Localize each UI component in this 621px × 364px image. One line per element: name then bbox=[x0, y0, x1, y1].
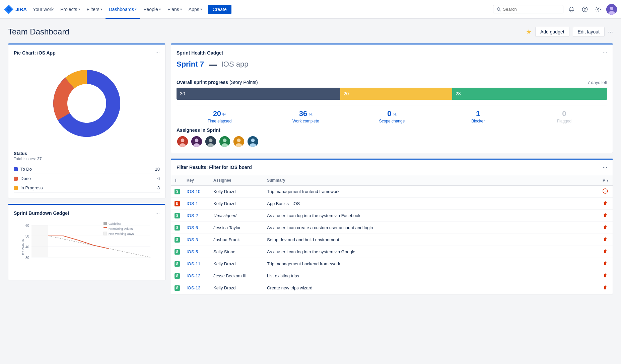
svg-point-9 bbox=[67, 84, 106, 123]
highest-priority-icon bbox=[603, 249, 608, 254]
cell-priority bbox=[599, 210, 613, 222]
cell-type: S bbox=[171, 222, 183, 234]
issue-key-link[interactable]: IOS-5 bbox=[187, 249, 198, 254]
edit-layout-button[interactable]: Edit layout bbox=[573, 27, 605, 37]
svg-rect-23 bbox=[104, 227, 107, 228]
nav-items: Your work Projects ▾ Filters ▾ Dashboard… bbox=[29, 0, 231, 19]
th-summary: Summary bbox=[264, 175, 599, 186]
burndown-card: Sprint Burndown Gadget ··· 60 50 40 30 bbox=[8, 204, 165, 280]
search-box[interactable] bbox=[493, 5, 563, 13]
issue-key-link[interactable]: IOS-11 bbox=[187, 261, 200, 266]
search-input[interactable] bbox=[503, 7, 560, 12]
settings-button[interactable] bbox=[593, 4, 604, 15]
table-row: B IOS-1 Kelly Drozd App Basics - iOS bbox=[171, 198, 613, 210]
cell-key: IOS-11 bbox=[183, 258, 210, 270]
sprint-health-menu-button[interactable]: ··· bbox=[603, 50, 607, 56]
cell-assignee: Jesse Beckom III bbox=[210, 270, 264, 282]
burndown-chart: 60 50 40 30 RY POINTS bbox=[14, 220, 160, 275]
th-key: Key bbox=[183, 175, 210, 186]
cell-assignee: Joshua Frank bbox=[210, 234, 264, 246]
table-row: S IOS-2 Unassigned As a user i can log i… bbox=[171, 210, 613, 222]
todo-label: To Do bbox=[20, 167, 32, 172]
cell-summary: As a user i can log into the system via … bbox=[264, 246, 599, 258]
burndown-title: Sprint Burndown Gadget bbox=[14, 210, 69, 216]
filter-results-table: T Key Assignee Summary P ▾ S I bbox=[171, 175, 613, 294]
issue-key-link[interactable]: IOS-13 bbox=[187, 285, 200, 290]
cell-type: S bbox=[171, 282, 183, 294]
nav-item-dashboards[interactable]: Dashboards ▾ bbox=[106, 0, 140, 19]
sprint-progress-bar: 30 20 28 bbox=[177, 88, 607, 100]
svg-point-37 bbox=[223, 139, 227, 142]
work-complete-label: Work complete bbox=[263, 119, 349, 123]
burndown-menu-button[interactable]: ··· bbox=[155, 210, 160, 216]
nav-item-filters[interactable]: Filters ▾ bbox=[83, 0, 106, 19]
issue-key-link[interactable]: IOS-2 bbox=[187, 213, 198, 218]
cell-assignee: Kelly Drozd bbox=[210, 282, 264, 294]
issue-key-link[interactable]: IOS-12 bbox=[187, 273, 200, 278]
nav-item-plans[interactable]: Plans ▾ bbox=[164, 0, 185, 19]
cell-assignee: Kelly Drozd bbox=[210, 186, 264, 198]
cell-summary: Setup dev and and build environment bbox=[264, 234, 599, 246]
svg-text:Remaining Values: Remaining Values bbox=[109, 227, 133, 231]
cell-summary: List existing trips bbox=[264, 270, 599, 282]
apps-chevron-icon: ▾ bbox=[200, 7, 202, 11]
svg-rect-25 bbox=[104, 232, 107, 235]
cell-key: IOS-13 bbox=[183, 282, 210, 294]
create-button[interactable]: Create bbox=[208, 5, 231, 14]
cell-assignee: Kelly Drozd bbox=[210, 258, 264, 270]
time-elapsed-sup: % bbox=[222, 112, 226, 117]
cell-priority bbox=[599, 258, 613, 270]
status-label: Status bbox=[14, 151, 160, 156]
done-label: Done bbox=[20, 176, 31, 181]
sprint-health-header: Sprint Health Gadget ··· bbox=[177, 50, 607, 56]
pie-chart-menu-button[interactable]: ··· bbox=[155, 50, 160, 56]
nav-item-projects[interactable]: Projects ▾ bbox=[57, 0, 83, 19]
blocker-value: 1 bbox=[476, 109, 480, 118]
assignee-avatar-4 bbox=[219, 135, 231, 148]
table-row: S IOS-11 Kelly Drozd Trip management bac… bbox=[171, 258, 613, 270]
sprint-name-area: Sprint 7 IOS app bbox=[177, 60, 607, 74]
highest-priority-icon bbox=[603, 273, 608, 278]
done-count: 6 bbox=[157, 176, 160, 181]
svg-text:Non-Working Days: Non-Working Days bbox=[109, 232, 134, 236]
table-header-row: T Key Assignee Summary P ▾ bbox=[171, 175, 613, 186]
todo-color-dot bbox=[14, 167, 18, 171]
svg-point-34 bbox=[209, 139, 213, 142]
nav-item-people[interactable]: People ▾ bbox=[140, 0, 164, 19]
done-color-dot bbox=[14, 177, 18, 181]
issue-key-link[interactable]: IOS-3 bbox=[187, 237, 198, 242]
cell-type: S bbox=[171, 258, 183, 270]
assignee-avatar-5 bbox=[233, 135, 245, 148]
highest-priority-icon bbox=[603, 212, 608, 218]
nav-item-apps[interactable]: Apps ▾ bbox=[185, 0, 205, 19]
issue-key-link[interactable]: IOS-10 bbox=[187, 189, 200, 194]
notifications-button[interactable] bbox=[566, 4, 577, 15]
nav-right: ? bbox=[493, 4, 617, 15]
table-row: S IOS-10 Kelly Drozd Trip management fro… bbox=[171, 186, 613, 198]
blocked-icon bbox=[603, 188, 608, 194]
user-avatar[interactable] bbox=[606, 4, 617, 15]
nav-logo[interactable]: JIRA bbox=[4, 5, 27, 14]
more-options-button[interactable]: ··· bbox=[608, 28, 613, 35]
cell-key: IOS-2 bbox=[183, 210, 210, 222]
assignees-section: Assignees in Sprint bbox=[177, 127, 607, 148]
todo-count: 18 bbox=[155, 167, 160, 172]
legend-inprogress: In Progress 3 bbox=[14, 183, 160, 193]
add-gadget-button[interactable]: Add gadget bbox=[535, 27, 569, 37]
svg-rect-21 bbox=[104, 222, 107, 225]
cell-priority bbox=[599, 246, 613, 258]
svg-text:40: 40 bbox=[25, 245, 29, 249]
assignee-avatar-3 bbox=[205, 135, 217, 148]
th-priority: P ▾ bbox=[599, 175, 613, 186]
nav-item-yourwork[interactable]: Your work bbox=[29, 0, 57, 19]
issue-key-link[interactable]: IOS-1 bbox=[187, 201, 198, 206]
projects-chevron-icon: ▾ bbox=[78, 7, 80, 11]
table-row: S IOS-3 Joshua Frank Setup dev and and b… bbox=[171, 234, 613, 246]
star-button[interactable]: ★ bbox=[526, 28, 532, 36]
issue-key-link[interactable]: IOS-6 bbox=[187, 225, 198, 230]
filter-results-menu-button[interactable]: ··· bbox=[603, 164, 607, 170]
scope-change-label: Scope change bbox=[349, 119, 435, 123]
svg-text:Guideline: Guideline bbox=[109, 222, 121, 225]
help-button[interactable]: ? bbox=[579, 4, 590, 15]
stat-time-elapsed: 20 % Time elapsed bbox=[177, 109, 263, 123]
